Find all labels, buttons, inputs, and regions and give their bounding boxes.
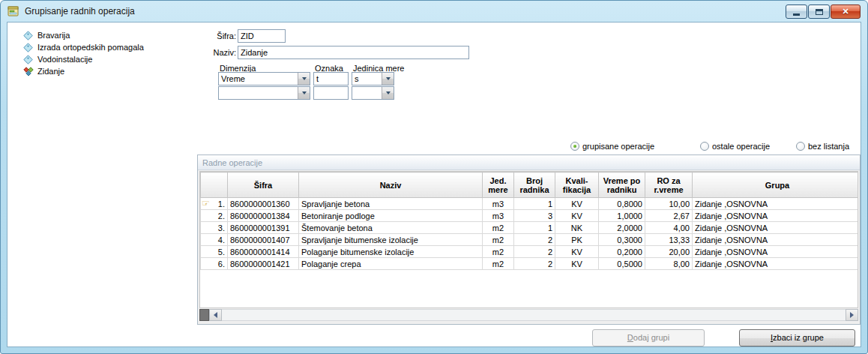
cell-jed-mere[interactable]: m2	[483, 234, 514, 246]
col-sifra[interactable]: Šifra	[228, 172, 299, 198]
cell-naziv[interactable]: Spravljanje bitumenske izolacije	[299, 234, 483, 246]
cell-sifra[interactable]: 8600000001391	[228, 222, 299, 234]
cell-jed-mere[interactable]: m3	[483, 198, 514, 210]
cell-broj-radnika[interactable]: 2	[514, 234, 555, 246]
col-jed-mere[interactable]: Jed. mere	[483, 172, 514, 198]
cell-kvalifikacija[interactable]: KV	[555, 198, 599, 210]
tree-item[interactable]: Bravarija	[7, 29, 196, 41]
row-selector-cell[interactable]: 2.	[201, 210, 228, 222]
radio-icon[interactable]	[700, 142, 709, 151]
close-button[interactable]: ✕	[831, 4, 861, 19]
row-selector-cell[interactable]: 5.	[201, 246, 228, 258]
cell-kvalifikacija[interactable]: KV	[555, 210, 599, 222]
cell-jed-mere[interactable]: m2	[483, 222, 514, 234]
cell-sifra[interactable]: 8600000001360	[228, 198, 299, 210]
horizontal-scrollbar[interactable]	[199, 309, 858, 321]
cell-ro-za-rvreme[interactable]: 4,00	[645, 222, 693, 234]
cell-naziv[interactable]: Spravljanje betona	[299, 198, 483, 210]
cell-jed-mere[interactable]: m2	[483, 246, 514, 258]
radio-bez-listanja[interactable]: bez listanja	[796, 141, 849, 152]
table-row[interactable]: 5.8600000001414Polaganje bitumenske izol…	[201, 246, 859, 258]
cell-ro-za-rvreme[interactable]: 8,00	[645, 258, 693, 270]
cell-ro-za-rvreme[interactable]: 2,67	[645, 210, 693, 222]
cell-sifra[interactable]: 8600000001421	[228, 258, 299, 270]
table-row[interactable]: ☞1.8600000001360Spravljanje betonam31KV0…	[201, 198, 859, 210]
col-broj-radnika[interactable]: Broj radnika	[514, 172, 555, 198]
radio-grupisane-operacije[interactable]: grupisane operacije	[570, 141, 654, 152]
table-row[interactable]: 6.8600000001421Polaganje crepam22KV0,500…	[201, 258, 859, 270]
col-kvalifikacija[interactable]: Kvali- fikacija	[555, 172, 599, 198]
dimenzija-combo-row1[interactable]: Vreme	[218, 72, 310, 86]
izbaci-iz-grupe-button[interactable]: Izbaci iz grupe	[739, 329, 855, 346]
dimenzija-combo-row2[interactable]	[218, 86, 310, 100]
cell-kvalifikacija[interactable]: PK	[555, 234, 599, 246]
tree-item[interactable]: Zidanje	[7, 65, 196, 77]
scrollbar-track[interactable]	[222, 309, 846, 321]
row-selector-cell[interactable]: 3.	[201, 222, 228, 234]
row-selector-cell[interactable]: 4.	[201, 234, 228, 246]
col-naziv[interactable]: Naziv	[299, 172, 483, 198]
cell-vreme-po-radniku[interactable]: 0,8000	[599, 198, 645, 210]
radio-ostale-operacije[interactable]: ostale operacije	[700, 141, 770, 152]
col-vreme-po-radniku[interactable]: Vreme po radniku	[599, 172, 645, 198]
cell-jed-mere[interactable]: m2	[483, 258, 514, 270]
cell-ro-za-rvreme[interactable]: 10,00	[645, 198, 693, 210]
cell-ro-za-rvreme[interactable]: 20,00	[645, 246, 693, 258]
chevron-down-icon[interactable]	[298, 87, 310, 99]
cell-vreme-po-radniku[interactable]: 0,5000	[599, 258, 645, 270]
cell-naziv[interactable]: Štemovanje betona	[299, 222, 483, 234]
cell-broj-radnika[interactable]: 1	[514, 222, 555, 234]
radio-icon[interactable]	[796, 142, 805, 151]
title-bar[interactable]: Grupisanje radnih operacija ✕	[1, 1, 867, 22]
maximize-button[interactable]	[808, 4, 830, 19]
scroll-left-button[interactable]	[209, 309, 222, 321]
row-selector-cell[interactable]: 6.	[201, 258, 228, 270]
cell-broj-radnika[interactable]: 1	[514, 198, 555, 210]
cell-grupa[interactable]: Zidanje ,OSNOVNA	[693, 246, 859, 258]
cell-vreme-po-radniku[interactable]: 0,2000	[599, 246, 645, 258]
col-grupa[interactable]: Grupa	[693, 172, 859, 198]
cell-naziv[interactable]: Betoniranje podloge	[299, 210, 483, 222]
jedinica-mere-combo-row1[interactable]: s	[352, 72, 394, 86]
cell-sifra[interactable]: 8600000001414	[228, 246, 299, 258]
cell-sifra[interactable]: 8600000001384	[228, 210, 299, 222]
chevron-down-icon[interactable]	[382, 87, 394, 99]
cell-broj-radnika[interactable]: 3	[514, 210, 555, 222]
radio-icon[interactable]	[570, 142, 579, 151]
cell-kvalifikacija[interactable]: KV	[555, 258, 599, 270]
cell-kvalifikacija[interactable]: KV	[555, 246, 599, 258]
cell-grupa[interactable]: Zidanje ,OSNOVNA	[693, 234, 859, 246]
cell-kvalifikacija[interactable]: NK	[555, 222, 599, 234]
chevron-down-icon[interactable]	[382, 73, 394, 85]
cell-vreme-po-radniku[interactable]: 2,0000	[599, 222, 645, 234]
cell-vreme-po-radniku[interactable]: 0,3000	[599, 234, 645, 246]
minimize-button[interactable]	[786, 4, 807, 19]
cell-sifra[interactable]: 8600000001407	[228, 234, 299, 246]
table-row[interactable]: 2.8600000001384Betoniranje podlogem33KV1…	[201, 210, 859, 222]
tree-item[interactable]: Vodoinstalacije	[7, 53, 196, 65]
jedinica-mere-combo-row2[interactable]	[352, 86, 394, 100]
oznaka-input-row2[interactable]	[313, 86, 349, 100]
tree-item[interactable]: Izrada ortopedskih pomagala	[7, 41, 196, 53]
cell-broj-radnika[interactable]: 2	[514, 258, 555, 270]
dodaj-grupi-button[interactable]: Dodaj grupi	[592, 329, 705, 346]
sifra-input[interactable]	[238, 29, 286, 43]
oznaka-input-row1[interactable]	[313, 72, 349, 86]
cell-grupa[interactable]: Zidanje ,OSNOVNA	[693, 198, 859, 210]
cell-broj-radnika[interactable]: 2	[514, 246, 555, 258]
cell-naziv[interactable]: Polaganje crepa	[299, 258, 483, 270]
cell-naziv[interactable]: Polaganje bitumenske izolacije	[299, 246, 483, 258]
cell-ro-za-rvreme[interactable]: 13,33	[645, 234, 693, 246]
naziv-input[interactable]	[238, 46, 469, 59]
cell-grupa[interactable]: Zidanje ,OSNOVNA	[693, 222, 859, 234]
col-ro-za-rvreme[interactable]: RO za r.vreme	[645, 172, 693, 198]
table-row[interactable]: 3.8600000001391Štemovanje betonam21NK2,0…	[201, 222, 859, 234]
row-selector-cell[interactable]: ☞1.	[201, 198, 228, 210]
cell-grupa[interactable]: Zidanje ,OSNOVNA	[693, 210, 859, 222]
scroll-right-button[interactable]	[846, 309, 858, 321]
cell-grupa[interactable]: Zidanje ,OSNOVNA	[693, 258, 859, 270]
cell-vreme-po-radniku[interactable]: 1,0000	[599, 210, 645, 222]
chevron-down-icon[interactable]	[298, 73, 310, 85]
table-row[interactable]: 4.8600000001407Spravljanje bitumenske iz…	[201, 234, 859, 246]
cell-jed-mere[interactable]: m3	[483, 210, 514, 222]
